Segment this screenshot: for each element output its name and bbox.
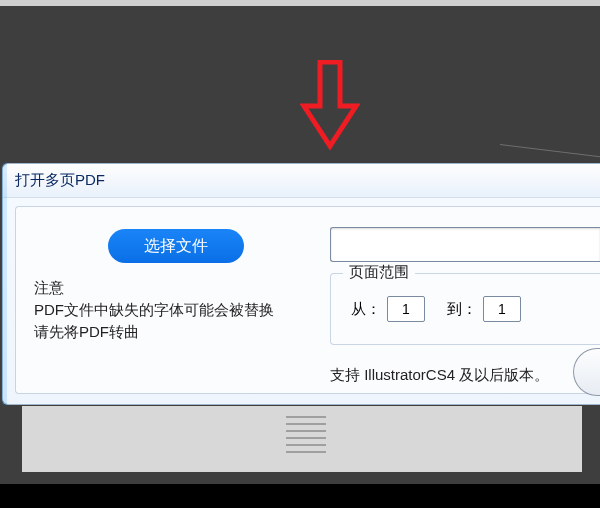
page-range-legend: 页面范围 xyxy=(343,263,415,282)
notice-block: 注意 PDF文件中缺失的字体可能会被替换 请先将PDF转曲 xyxy=(34,277,294,343)
page-from-input[interactable] xyxy=(387,296,425,322)
file-path-input[interactable] xyxy=(330,227,600,262)
document-lines-icon xyxy=(280,412,332,462)
choose-file-button[interactable]: 选择文件 xyxy=(108,229,244,263)
notice-heading: 注意 xyxy=(34,277,294,299)
support-text: 支持 IllustratorCS4 及以后版本。 xyxy=(330,366,600,385)
page-range-row: 从： 到： xyxy=(351,296,521,322)
dialog-title: 打开多页PDF xyxy=(15,171,105,190)
screenshot-line-artifact xyxy=(500,144,600,160)
dialog-body: 选择文件 注意 PDF文件中缺失的字体可能会被替换 请先将PDF转曲 页面范围 … xyxy=(15,206,600,394)
from-label: 从： xyxy=(351,300,381,319)
top-edge-strip xyxy=(0,0,600,6)
red-arrow-down-icon xyxy=(300,60,360,150)
to-label: 到： xyxy=(447,300,477,319)
notice-line-2: 请先将PDF转曲 xyxy=(34,321,294,343)
bottom-frame-strip xyxy=(0,484,600,508)
open-multipage-pdf-dialog: 打开多页PDF 选择文件 注意 PDF文件中缺失的字体可能会被替换 请先将PDF… xyxy=(2,163,600,405)
page-to-input[interactable] xyxy=(483,296,521,322)
dialog-titlebar[interactable]: 打开多页PDF xyxy=(3,164,600,198)
page-range-group: 页面范围 从： 到： xyxy=(330,273,600,345)
notice-line-1: PDF文件中缺失的字体可能会被替换 xyxy=(34,299,294,321)
